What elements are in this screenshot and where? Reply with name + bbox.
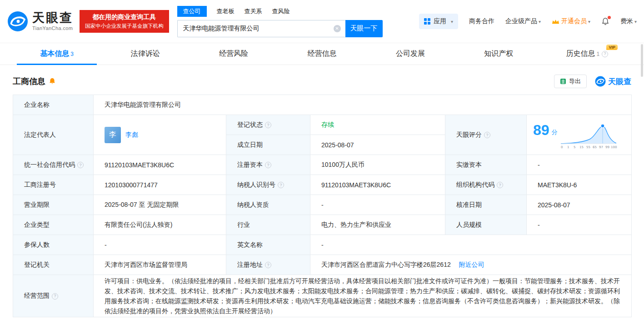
score-unit: 分 (552, 128, 558, 136)
search-tab-risk[interactable]: 查风险 (272, 7, 290, 15)
table-row: 参保人数 - 英文名称 - (13, 235, 632, 255)
table-row: 经营范围? 许可项目：供电业务。（依法须经批准的项目，经相关部门批准后方可开展经… (13, 275, 632, 317)
table-row: 企业类型 有限责任公司(法人独资) 行业 电力、热力生产和供应业 人员规模 - (13, 215, 632, 235)
user-menu[interactable]: 费米 ▾ (620, 17, 637, 25)
logo-text: 天眼查 TianYanCha.com (32, 12, 73, 31)
field-label-authority: 登记机关 (13, 255, 94, 275)
search-input[interactable] (177, 20, 345, 37)
tab-basic-info[interactable]: 基本信息 3 (13, 43, 101, 65)
chevron-down-icon: ▾ (539, 19, 541, 24)
tab-operating-risk[interactable]: 经营风险 (190, 43, 278, 65)
membership-label: 开通会员 (561, 17, 587, 25)
legal-rep-avatar[interactable]: 李 (105, 127, 121, 143)
nav-enterprise-products[interactable]: 企业级产品 ▾ (505, 17, 541, 25)
field-value-taxpayer-quality: - (310, 195, 445, 215)
field-value-insured: - (94, 235, 226, 255)
notification-bell-icon[interactable] (601, 17, 609, 25)
field-value-reg-capital: 10100万人民币 (310, 155, 445, 175)
field-label-reg-capital: 注册资本? (226, 155, 310, 175)
help-icon[interactable]: ? (265, 122, 271, 128)
field-value-authority: 天津市河西区市场监督管理局 (94, 255, 226, 275)
tab-basic-info-count: 3 (70, 51, 74, 57)
section-title: 工商信息 (13, 76, 45, 87)
field-label-insured: 参保人数 (13, 235, 94, 255)
field-value-credit-code: 91120103MAET3K8U6C (94, 155, 226, 175)
tab-history-count: 1 (596, 51, 599, 57)
tyc-logo[interactable]: 天眼查 TianYanCha.com (7, 11, 73, 32)
field-label-taxpayer-quality: 纳税人资质 (226, 195, 310, 215)
scrollbar-thumb[interactable] (641, 44, 643, 77)
tab-risk-label: 经营风险 (219, 49, 248, 59)
tab-history-info[interactable]: VIP 历史信息 1 ? (543, 43, 631, 65)
export-icon (560, 78, 566, 85)
chevron-down-icon: ▾ (451, 19, 453, 24)
help-icon[interactable]: ? (77, 162, 84, 168)
search-area: 查公司 查老板 查关系 查风险 ✕ 天眼一下 (177, 6, 383, 37)
username-label: 费米 (620, 17, 633, 25)
crown-icon (552, 19, 559, 25)
tab-business-label: 经营信息 (307, 49, 336, 59)
field-label-english-name: 英文名称 (226, 235, 310, 255)
tab-legal-proceedings[interactable]: 法律诉讼 (101, 43, 189, 65)
nearby-companies-link[interactable]: 附近公司 (459, 261, 484, 268)
vip-badge: VIP (606, 45, 618, 50)
nav-business-cooperation[interactable]: 商务合作 (469, 17, 494, 25)
field-label-taxpayer-no: 纳税人识别号? (226, 175, 310, 195)
score-value: 89 (533, 120, 549, 140)
field-value-address: 天津市河西区合肥道富力中心写字楼26层2612 附近公司 (310, 255, 632, 275)
field-value-legal-rep: 李 李彪 (94, 115, 226, 155)
field-value-company-type: 有限责任公司(法人独资) (94, 215, 226, 235)
field-value-approval-date: 2025-08-07 (527, 195, 632, 215)
field-label-legal-rep: 法定代表人 (13, 115, 94, 155)
help-icon[interactable]: ? (484, 132, 490, 138)
help-icon[interactable]: ? (602, 51, 608, 57)
search-tabs: 查公司 查老板 查关系 查风险 (177, 6, 383, 17)
tab-basic-info-label: 基本信息 (40, 49, 69, 59)
svg-text:100: 100 (611, 145, 617, 149)
search-tab-company[interactable]: 查公司 (177, 6, 207, 17)
field-label-address: 注册地址? (226, 255, 310, 275)
field-value-company-name: 天津华电能源管理有限公司 (94, 95, 632, 115)
tab-legal-label: 法律诉讼 (131, 49, 160, 59)
nav-open-membership[interactable]: 开通会员 ▾ (552, 17, 590, 25)
svg-text:55: 55 (586, 145, 590, 149)
help-icon[interactable]: ? (497, 182, 503, 188)
field-value-org-code: MAET3K8U-6 (527, 175, 632, 195)
field-value-taxpayer-no: 91120103MAET3K8U6C (310, 175, 445, 195)
logo-title: 天眼查 (32, 12, 73, 24)
tab-business-info[interactable]: 经营信息 (278, 43, 366, 65)
brand-watermark[interactable]: 天眼查 (595, 76, 631, 87)
field-value-establish-date: 2025-08-07 (310, 135, 445, 155)
clear-icon[interactable]: ✕ (334, 25, 341, 32)
tab-company-development[interactable]: 公司发展 (366, 43, 454, 65)
slogan-badge: 都在用的商业查询工具 国家中小企业发展子基金旗下机构 (80, 10, 169, 33)
export-button[interactable]: 导出 (554, 75, 587, 88)
table-row: 登记机关 天津市河西区市场监督管理局 注册地址? 天津市河西区合肥道富力中心写字… (13, 255, 632, 275)
search-button[interactable]: 天眼一下 (345, 20, 383, 37)
table-row: 统一社会信用代码? 91120103MAET3K8U6C 注册资本? 10100… (13, 155, 632, 175)
alert-bell-icon[interactable] (49, 78, 56, 85)
svg-text:99: 99 (605, 145, 609, 149)
slogan-line-1: 都在用的商业查询工具 (85, 12, 164, 22)
field-value-english-name: - (310, 235, 632, 255)
legal-rep-link[interactable]: 李彪 (125, 131, 138, 139)
apps-menu-button[interactable]: 应用 ▾ (419, 14, 458, 29)
tab-intellectual-property[interactable]: 知识产权 (454, 43, 543, 65)
tab-ip-label: 知识产权 (484, 49, 513, 59)
help-icon[interactable]: ? (265, 162, 271, 168)
field-value-term: 2025-08-07 至 无固定期限 (94, 195, 226, 215)
brand-logo-icon (595, 76, 606, 87)
table-row: 法定代表人 李 李彪 登记状态? 存续 天眼评分? 89 分 (13, 115, 632, 135)
main-tabbar: 基本信息 3 法律诉讼 经营风险 经营信息 公司发展 知识产权 VIP 历史信息… (0, 43, 644, 65)
svg-text:0: 0 (561, 145, 563, 149)
field-label-industry: 行业 (226, 215, 310, 235)
field-value-reg-no: 120103000771477 (94, 175, 226, 195)
help-icon[interactable]: ? (278, 182, 284, 188)
field-label-score: 天眼评分? (445, 115, 527, 155)
field-value-paid-capital: - (527, 155, 632, 175)
search-tab-boss[interactable]: 查老板 (217, 7, 235, 15)
search-tab-relation[interactable]: 查关系 (245, 7, 262, 15)
help-icon[interactable]: ? (52, 293, 58, 300)
help-icon[interactable]: ? (265, 262, 271, 268)
export-label: 导出 (569, 77, 581, 85)
